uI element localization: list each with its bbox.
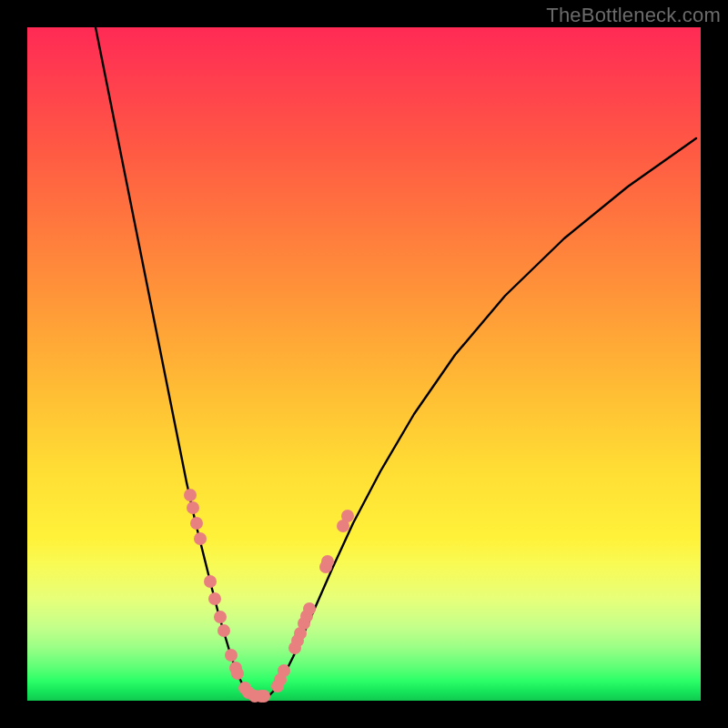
svg-point-1 [187, 501, 199, 514]
svg-point-7 [217, 624, 230, 637]
svg-point-6 [214, 611, 227, 623]
chart-svg [27, 27, 701, 701]
svg-point-0 [184, 489, 197, 501]
svg-point-2 [190, 517, 203, 530]
svg-point-18 [278, 664, 290, 677]
left-curve [96, 27, 252, 696]
outer-frame: TheBottleneck.com [0, 0, 728, 728]
data-dots [184, 489, 354, 703]
svg-point-10 [231, 667, 244, 680]
svg-point-3 [194, 532, 207, 545]
svg-point-28 [341, 510, 354, 522]
svg-point-4 [204, 575, 217, 588]
svg-point-26 [321, 555, 334, 568]
svg-point-8 [225, 649, 238, 662]
right-curve [268, 138, 696, 696]
svg-point-15 [258, 690, 270, 703]
svg-point-5 [208, 592, 221, 605]
svg-point-24 [303, 602, 316, 615]
watermark-text: TheBottleneck.com [546, 4, 721, 27]
